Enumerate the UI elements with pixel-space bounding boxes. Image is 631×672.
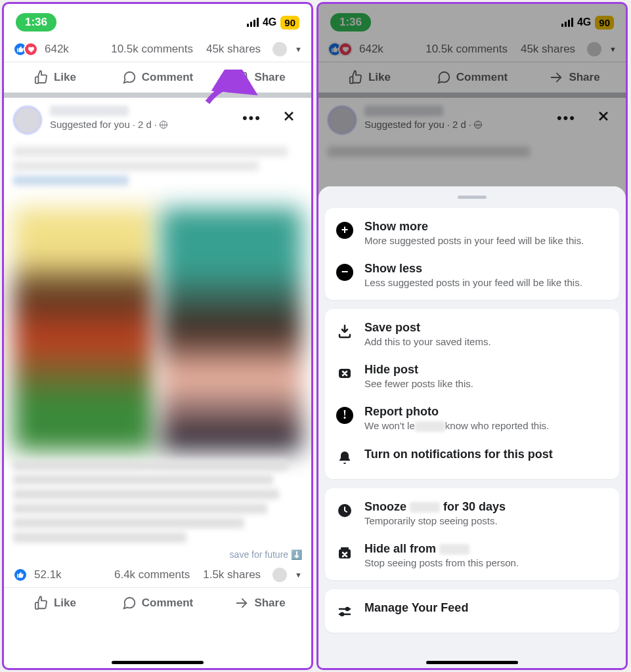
close-icon	[281, 108, 297, 124]
comment-icon	[122, 70, 137, 85]
redacted-name	[410, 502, 440, 513]
sliders-icon	[336, 602, 354, 621]
sheet-grabber[interactable]	[458, 196, 487, 199]
comment-button[interactable]: Comment	[106, 62, 209, 93]
save-icon	[336, 322, 354, 341]
shares-count: 45k shares	[206, 43, 261, 56]
snooze-option[interactable]: Snooze for 30 daysTemporarily stop seein…	[325, 492, 619, 534]
post2-stats-row[interactable]: 52.1k 6.4k comments 1.5k shares ▼	[4, 562, 311, 587]
manage-feed-option[interactable]: Manage Your Feed	[325, 593, 619, 629]
hide-all-option[interactable]: Hide all from Stop seeing posts from thi…	[325, 534, 619, 576]
post-body	[4, 146, 311, 199]
save-post-option[interactable]: Save postAdd this to your saved items.	[325, 313, 619, 355]
turn-on-notifications-option[interactable]: Turn on notifications for this post	[325, 440, 619, 475]
show-more-sub: More suggested posts in your feed will b…	[364, 235, 609, 246]
save-future-text: save for future ⬇️	[4, 547, 311, 562]
show-less-option[interactable]: − Show lessLess suggested posts in your …	[325, 254, 619, 296]
svg-point-4	[346, 608, 349, 610]
globe-icon	[160, 121, 167, 129]
post-options-sheet: + Show moreMore suggested posts in your …	[318, 186, 626, 668]
minus-icon: −	[336, 264, 353, 281]
report-icon: !	[336, 406, 354, 425]
comment-label: Comment	[142, 71, 193, 84]
clock-icon	[336, 501, 354, 520]
show-less-sub: Less suggested posts in your feed will b…	[364, 277, 609, 288]
suggested-label: Suggested for you	[50, 119, 130, 130]
share-label: Share	[254, 71, 285, 84]
comments-count: 6.4k comments	[68, 568, 190, 581]
love-reaction-icon	[24, 42, 38, 56]
thumbs-up-icon	[34, 70, 49, 85]
svg-point-5	[341, 613, 343, 616]
show-more-option[interactable]: + Show moreMore suggested posts in your …	[325, 212, 619, 254]
right-phone-screenshot: 1:364G90 642k10.5k comments45k shares▼ L…	[316, 2, 628, 670]
share-button[interactable]: Share	[209, 588, 311, 618]
status-bar: 1:36 4G 90	[4, 4, 311, 37]
author-name-redacted[interactable]	[50, 106, 129, 116]
reaction-count: 52.1k	[34, 568, 62, 581]
shares-count: 1.5k shares	[203, 568, 261, 581]
like-label: Like	[54, 71, 76, 84]
post2-actions: Like Comment Share	[4, 587, 311, 618]
redacted-name	[439, 544, 469, 555]
like-button[interactable]: Like	[4, 62, 106, 93]
hide-all-icon	[336, 543, 354, 562]
report-photo-option[interactable]: ! Report photoWe won't leknow who report…	[325, 397, 619, 440]
post-caption-redacted	[4, 460, 311, 543]
comment-button[interactable]: Comment	[106, 588, 209, 618]
redacted-name	[415, 421, 445, 432]
show-less-label: Show less	[364, 262, 609, 276]
post-age: 2 d	[138, 119, 152, 130]
svg-rect-3	[341, 547, 349, 549]
sheet-section-author-actions: Snooze for 30 daysTemporarily stop seein…	[325, 488, 619, 580]
reaction-count: 642k	[45, 43, 69, 56]
profile-switcher-avatar[interactable]	[272, 568, 287, 582]
status-time: 1:36	[16, 13, 56, 32]
bell-icon	[336, 449, 354, 467]
battery-level: 90	[280, 16, 299, 30]
network-label: 4G	[263, 16, 276, 28]
plus-icon: +	[336, 222, 353, 239]
share-button[interactable]: Share	[209, 62, 311, 93]
author-avatar[interactable]	[13, 106, 42, 135]
comments-count: 10.5k comments	[76, 43, 193, 56]
status-indicators: 4G 90	[247, 16, 299, 30]
home-indicator[interactable]	[112, 661, 204, 664]
post-close-button[interactable]	[276, 106, 302, 129]
sheet-section-post-actions: Save postAdd this to your saved items. H…	[325, 309, 619, 479]
hide-icon	[336, 364, 354, 383]
left-phone-screenshot: 1:36 4G 90 642k 10.5k comments 45k share…	[2, 2, 313, 670]
sheet-section-feedback: + Show moreMore suggested posts in your …	[325, 208, 619, 300]
cellular-signal-icon	[247, 18, 259, 27]
post-more-button[interactable]: •••	[236, 106, 268, 131]
reaction-icons	[13, 42, 38, 56]
like-reaction-icon	[13, 568, 28, 582]
share-icon	[234, 70, 249, 85]
profile-switcher-avatar[interactable]	[272, 42, 287, 56]
post-stats-row[interactable]: 642k 10.5k comments 45k shares ▼	[4, 37, 311, 62]
sheet-section-manage: Manage Your Feed	[325, 589, 619, 633]
post-image-redacted[interactable]	[13, 208, 302, 451]
like-button[interactable]: Like	[4, 588, 106, 618]
post-meta: Suggested for you · 2 d ·	[50, 119, 228, 130]
post-actions: Like Comment Share	[4, 62, 311, 93]
hide-post-option[interactable]: Hide postSee fewer posts like this.	[325, 355, 619, 397]
show-more-label: Show more	[364, 220, 609, 234]
home-indicator[interactable]	[426, 661, 518, 664]
caret-down-icon: ▼	[295, 571, 302, 579]
post-header: Suggested for you · 2 d · •••	[4, 98, 311, 142]
feed-divider	[4, 93, 311, 98]
caret-down-icon: ▼	[295, 45, 302, 53]
